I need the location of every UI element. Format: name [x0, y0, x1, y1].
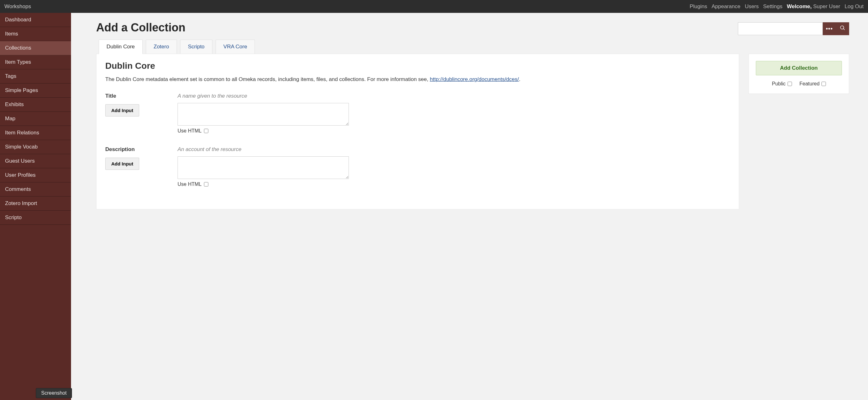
sidebar-item-item-relations[interactable]: Item Relations: [0, 126, 71, 140]
sidebar-item-guest-users[interactable]: Guest Users: [0, 154, 71, 168]
description-textarea[interactable]: [178, 156, 349, 179]
sidebar-item-comments[interactable]: Comments: [0, 182, 71, 197]
sidebar-item-collections[interactable]: Collections: [0, 41, 71, 55]
search-submit-button[interactable]: [836, 22, 849, 35]
sidebar-item-simple-pages[interactable]: Simple Pages: [0, 84, 71, 98]
tab-zotero[interactable]: Zotero: [146, 39, 177, 54]
main-content: Add a Collection Dublin CoreZoteroScript…: [71, 13, 868, 400]
sidebar-item-items[interactable]: Items: [0, 27, 71, 41]
sidebar: DashboardItemsCollectionsItem TypesTagsS…: [0, 13, 71, 400]
search-icon: [840, 25, 845, 32]
nav-users[interactable]: Users: [745, 3, 758, 10]
screenshot-button[interactable]: Screenshot: [36, 388, 72, 398]
site-title[interactable]: Workshops: [4, 3, 31, 10]
use-html-label: Use HTML: [178, 181, 202, 187]
nav-logout[interactable]: Log Out: [845, 3, 864, 10]
topbar: Workshops Plugins Appearance Users Setti…: [0, 0, 868, 13]
tabs: Dublin CoreZoteroScriptoVRA Core: [99, 39, 849, 54]
sidebar-item-item-types[interactable]: Item Types: [0, 55, 71, 69]
search-options-button[interactable]: [823, 22, 836, 35]
sidebar-item-exhibits[interactable]: Exhibits: [0, 98, 71, 112]
tab-dublin-core[interactable]: Dublin Core: [99, 39, 143, 54]
tab-scripto[interactable]: Scripto: [180, 39, 212, 54]
sidebar-item-zotero-import[interactable]: Zotero Import: [0, 197, 71, 211]
search-box: [738, 22, 849, 35]
welcome-text[interactable]: Welcome, Super User: [787, 3, 840, 10]
nav-settings[interactable]: Settings: [763, 3, 782, 10]
use-html-label: Use HTML: [178, 128, 202, 134]
field-hint: An account of the resource: [178, 146, 730, 153]
sidebar-item-dashboard[interactable]: Dashboard: [0, 13, 71, 27]
public-toggle[interactable]: Public: [772, 81, 792, 87]
section-description: The Dublin Core metadata element set is …: [105, 75, 730, 84]
add-input-button[interactable]: Add Input: [105, 158, 139, 170]
use-html-checkbox[interactable]: [204, 182, 208, 187]
dublin-core-link[interactable]: http://dublincore.org/documents/dces/: [430, 76, 519, 82]
top-nav: Plugins Appearance Users Settings Welcom…: [689, 3, 864, 10]
field-hint: A name given to the resource: [178, 93, 730, 99]
search-input[interactable]: [738, 22, 823, 35]
section-heading: Dublin Core: [105, 61, 730, 71]
featured-checkbox[interactable]: [822, 81, 826, 86]
sidebar-item-tags[interactable]: Tags: [0, 69, 71, 84]
field-label: Title: [105, 93, 168, 99]
sidebar-item-simple-vocab[interactable]: Simple Vocab: [0, 140, 71, 154]
dots-icon: [826, 26, 833, 32]
title-textarea[interactable]: [178, 103, 349, 126]
field-row-title: TitleAdd InputA name given to the resour…: [105, 93, 730, 134]
save-panel: Add Collection Public Featured: [749, 54, 849, 94]
add-input-button[interactable]: Add Input: [105, 104, 139, 116]
sidebar-item-scripto[interactable]: Scripto: [0, 211, 71, 225]
use-html-checkbox[interactable]: [204, 129, 208, 133]
sidebar-item-user-profiles[interactable]: User Profiles: [0, 168, 71, 182]
nav-plugins[interactable]: Plugins: [689, 3, 707, 10]
page-title: Add a Collection: [96, 21, 728, 34]
field-row-description: DescriptionAdd InputAn account of the re…: [105, 146, 730, 187]
featured-toggle[interactable]: Featured: [800, 81, 826, 87]
field-label: Description: [105, 146, 168, 153]
public-checkbox[interactable]: [787, 81, 792, 86]
add-collection-button[interactable]: Add Collection: [756, 61, 842, 75]
dublin-core-panel: Dublin Core The Dublin Core metadata ele…: [96, 54, 739, 209]
sidebar-item-map[interactable]: Map: [0, 112, 71, 126]
nav-appearance[interactable]: Appearance: [712, 3, 740, 10]
tab-vra-core[interactable]: VRA Core: [216, 39, 255, 54]
